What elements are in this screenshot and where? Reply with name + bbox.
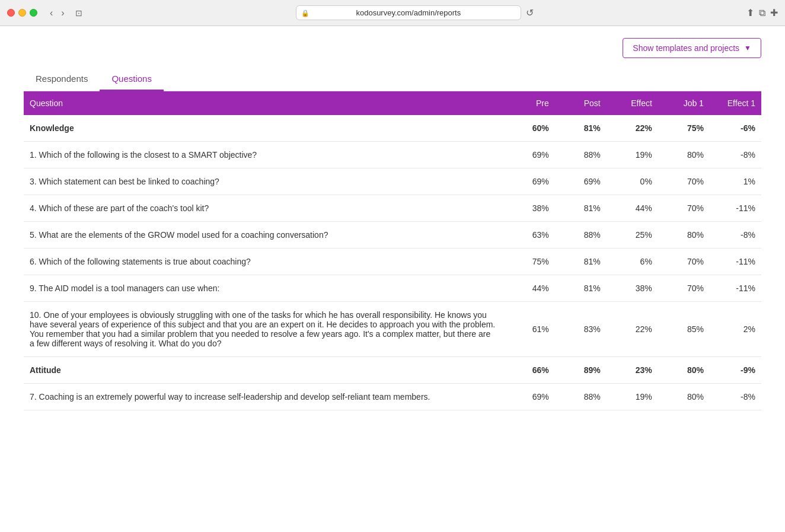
cell-effect: 0%: [607, 168, 658, 195]
tab-questions-label: Questions: [111, 74, 152, 84]
cell-pre: 69%: [503, 168, 555, 195]
nav-buttons: ‹ ›: [47, 7, 68, 20]
expand-button[interactable]: ⧉: [759, 8, 765, 18]
cell-post: 69%: [555, 168, 607, 195]
security-icon: 🔒: [301, 9, 309, 17]
cell-effect1: -8%: [710, 384, 761, 410]
table-row: 7. Coaching is an extremely powerful way…: [24, 384, 761, 410]
cell-effect: 38%: [607, 275, 658, 302]
minimize-button[interactable]: [18, 9, 26, 17]
cell-effect1: -11%: [710, 249, 761, 275]
add-tab-button[interactable]: ✚: [770, 7, 778, 18]
table-row: 4. Which of these are part of the coach'…: [24, 195, 761, 222]
cell-pre: 66%: [503, 357, 555, 384]
cell-question: Knowledge: [24, 115, 503, 142]
cell-post: 83%: [555, 302, 607, 357]
cell-post: 81%: [555, 115, 607, 142]
cell-effect1: -8%: [710, 222, 761, 249]
forward-button[interactable]: ›: [58, 7, 67, 20]
tab-questions[interactable]: Questions: [100, 68, 164, 91]
cell-post: 81%: [555, 195, 607, 222]
header-row: Question Pre Post Effect Job 1 Effect 1: [24, 91, 761, 115]
cell-job1: 85%: [658, 302, 710, 357]
table-row: 1. Which of the following is the closest…: [24, 142, 761, 168]
cell-job1: 70%: [658, 249, 710, 275]
cell-effect1: -11%: [710, 195, 761, 222]
cell-post: 89%: [555, 357, 607, 384]
cell-job1: 80%: [658, 357, 710, 384]
table-row: Attitude66%89%23%80%-9%: [24, 357, 761, 384]
address-bar-container: 🔒 kodosurvey.com/admin/reports ↺: [90, 5, 739, 20]
cell-question: 5. What are the elements of the GROW mod…: [24, 222, 503, 249]
cell-effect: 6%: [607, 249, 658, 275]
address-bar[interactable]: 🔒 kodosurvey.com/admin/reports: [296, 5, 521, 20]
cell-effect: 22%: [607, 302, 658, 357]
cell-post: 88%: [555, 142, 607, 168]
top-bar: Show templates and projects ▼: [24, 38, 761, 58]
cell-question: Attitude: [24, 357, 503, 384]
cell-job1: 80%: [658, 222, 710, 249]
tab-respondents-label: Respondents: [36, 74, 88, 84]
cell-pre: 75%: [503, 249, 555, 275]
cell-effect1: 2%: [710, 302, 761, 357]
page-content: Show templates and projects ▼ Respondent…: [0, 26, 785, 532]
table-row: 5. What are the elements of the GROW mod…: [24, 222, 761, 249]
cell-pre: 69%: [503, 384, 555, 410]
cell-effect: 19%: [607, 384, 658, 410]
cell-effect1: -6%: [710, 115, 761, 142]
cell-effect1: 1%: [710, 168, 761, 195]
close-button[interactable]: [7, 9, 15, 17]
cell-job1: 75%: [658, 115, 710, 142]
cell-question: 7. Coaching is an extremely powerful way…: [24, 384, 503, 410]
cell-effect: 19%: [607, 142, 658, 168]
browser-chrome: ‹ › ⊡ 🔒 kodosurvey.com/admin/reports ↺ ⬆…: [0, 0, 785, 26]
url-text: kodosurvey.com/admin/reports: [356, 8, 461, 17]
header-effect1: Effect 1: [710, 91, 761, 115]
maximize-button[interactable]: [30, 9, 37, 17]
cell-job1: 70%: [658, 168, 710, 195]
table-row: 3. Which statement can best be linked to…: [24, 168, 761, 195]
cell-pre: 38%: [503, 195, 555, 222]
cell-question: 3. Which statement can best be linked to…: [24, 168, 503, 195]
cell-pre: 61%: [503, 302, 555, 357]
header-post: Post: [555, 91, 607, 115]
cell-job1: 80%: [658, 384, 710, 410]
cell-effect: 23%: [607, 357, 658, 384]
table-body: Knowledge60%81%22%75%-6%1. Which of the …: [24, 115, 761, 410]
cell-post: 81%: [555, 275, 607, 302]
reload-button[interactable]: ↺: [526, 7, 534, 18]
cell-pre: 69%: [503, 142, 555, 168]
show-templates-button[interactable]: Show templates and projects ▼: [623, 38, 761, 58]
header-question: Question: [24, 91, 503, 115]
cell-effect1: -11%: [710, 275, 761, 302]
cell-question: 4. Which of these are part of the coach'…: [24, 195, 503, 222]
table-row: 10. One of your employees is obviously s…: [24, 302, 761, 357]
tab-respondents[interactable]: Respondents: [24, 68, 100, 91]
chevron-down-icon: ▼: [744, 44, 751, 52]
cell-question: 1. Which of the following is the closest…: [24, 142, 503, 168]
cell-effect: 25%: [607, 222, 658, 249]
cell-job1: 70%: [658, 195, 710, 222]
cell-pre: 44%: [503, 275, 555, 302]
cell-question: 10. One of your employees is obviously s…: [24, 302, 503, 357]
header-pre: Pre: [503, 91, 555, 115]
back-button[interactable]: ‹: [47, 7, 56, 20]
cell-question: 9. The AID model is a tool managers can …: [24, 275, 503, 302]
table-row: Knowledge60%81%22%75%-6%: [24, 115, 761, 142]
cell-post: 88%: [555, 384, 607, 410]
cell-question: 6. Which of the following statements is …: [24, 249, 503, 275]
cell-effect1: -9%: [710, 357, 761, 384]
window-control-button[interactable]: ⊡: [72, 7, 85, 19]
cell-post: 81%: [555, 249, 607, 275]
cell-effect1: -8%: [710, 142, 761, 168]
tabs: Respondents Questions: [24, 68, 761, 91]
table-header: Question Pre Post Effect Job 1 Effect 1: [24, 91, 761, 115]
cell-job1: 70%: [658, 275, 710, 302]
traffic-lights: [7, 9, 37, 17]
header-job1: Job 1: [658, 91, 710, 115]
cell-effect: 44%: [607, 195, 658, 222]
cell-pre: 63%: [503, 222, 555, 249]
show-templates-label: Show templates and projects: [633, 43, 739, 53]
cell-pre: 60%: [503, 115, 555, 142]
share-button[interactable]: ⬆: [746, 7, 754, 18]
